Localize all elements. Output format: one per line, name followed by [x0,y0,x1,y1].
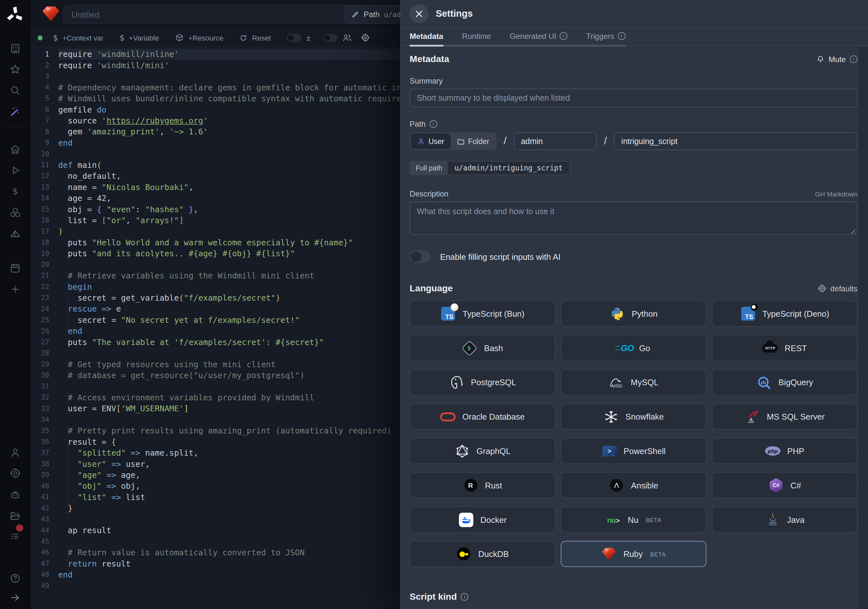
sidebar-item-folder-icon[interactable] [8,509,22,522]
go-icon: GO [617,340,632,356]
path-button-label: Path [364,10,380,19]
close-button[interactable] [409,4,429,23]
line-number: 48 [31,569,58,580]
sidebar-item-search-icon[interactable] [8,84,22,98]
sidebar-item-gear-icon[interactable] [8,466,22,480]
sidebar-item-building-icon[interactable] [8,42,22,55]
ansible-icon: Λ [609,477,624,493]
mssql-icon [744,409,760,425]
description-wrap [409,201,857,237]
line-number: 22 [31,281,58,292]
line-number: 27 [31,337,58,347]
line-number: 30 [31,370,58,381]
language-option-java[interactable]: JavaJava [712,507,857,533]
php-icon: php [765,443,781,459]
language-option-postgresql[interactable]: PostgreSQL [409,369,555,395]
mute-button[interactable]: Mute i [816,55,857,64]
language-option-php[interactable]: phpPHP [712,438,857,464]
defaults-button[interactable]: defaults [817,284,857,293]
owner-kind-user[interactable]: User [411,133,450,149]
sidebar-item-robot-icon[interactable] [8,488,22,502]
owner-kind-folder[interactable]: Folder [450,133,495,149]
add-context-var-button[interactable]: $ +Context var [53,33,104,42]
line-number: 17 [31,226,58,237]
reset-button[interactable]: Reset [240,33,271,42]
tab-runtime[interactable]: Runtime [462,31,491,46]
line-number: 19 [31,248,58,259]
add-variable-button[interactable]: $ +Variable [119,33,159,42]
full-path-value: u/admin/intriguing_script [448,162,569,175]
tab-triggers[interactable]: Triggersi [586,31,625,46]
app-root: $ Path u/admin/intriguing_script $ +Cont… [0,0,868,609]
folder-icon [457,137,465,145]
sidebar-item-cubes-icon[interactable] [8,206,22,219]
language-option-powershell[interactable]: >_PowerShell [561,438,706,464]
rust-icon: R [463,477,478,493]
language-option-rust[interactable]: RRust [409,473,555,498]
language-option-oracle-database[interactable]: Oracle Database [409,403,555,429]
description-textarea[interactable] [409,201,857,235]
rail-divider [5,126,25,127]
sidebar-item-plus-icon[interactable] [8,282,22,296]
language-option-c-[interactable]: C#C# [712,473,857,498]
language-option-snowflake[interactable]: Snowflake [561,403,706,429]
ai-inputs-toggle[interactable] [409,250,431,263]
language-option-rest[interactable]: HTTPREST [712,335,857,361]
sidebar-item-magic-wand-icon[interactable] [8,104,22,118]
language-option-bash[interactable]: $Bash [409,335,555,361]
sidebar-item-arrow-right-icon[interactable] [8,591,22,604]
tab-generated-ui[interactable]: Generated UIi [510,31,567,46]
windmill-logo-icon[interactable] [7,6,23,23]
scrollbar[interactable] [859,46,868,609]
bash-icon: $ [462,340,477,356]
line-number: 21 [31,270,58,281]
sidebar-item-user-icon[interactable] [8,446,22,459]
language-option-ruby[interactable]: RubyBETA [561,541,706,567]
line-number: 23 [31,292,58,303]
sidebar-item-star-icon[interactable] [8,63,22,76]
editor-settings-gear-icon[interactable] [361,33,370,42]
summary-input[interactable] [409,89,857,108]
diff-mode-toggle[interactable] [287,33,302,42]
language-option-duckdb[interactable]: DuckDB [409,541,555,567]
language-option-bigquery[interactable]: BigQuery [712,369,857,395]
beta-badge: BETA [646,516,661,523]
gear-icon [817,284,826,293]
graphql-icon [454,443,470,459]
language-option-ansible[interactable]: ΛAnsible [561,473,706,498]
language-option-ms-sql-server[interactable]: MS SQL Server [712,403,857,429]
line-number: 6 [31,104,58,115]
language-option-mysql[interactable]: MySQLMySQL [561,369,706,395]
language-option-typescript-deno-[interactable]: TSTypeScript (Deno) [712,301,857,327]
sidebar-item-calendar-icon[interactable] [8,262,22,275]
language-option-docker[interactable]: Docker [409,507,555,533]
oracle-icon [440,409,456,425]
language-option-typescript-bun-[interactable]: TSTypeScript (Bun) [409,301,555,327]
sidebar-item-help-icon[interactable] [8,571,22,585]
collab-toggle[interactable] [323,33,338,42]
ruby-language-icon [42,6,60,22]
user-icon [417,137,425,145]
line-number: 40 [31,481,58,492]
tab-metadata[interactable]: Metadata [409,31,443,46]
sidebar-item-play-icon[interactable] [8,163,22,177]
language-option-go[interactable]: GOGo [561,335,706,361]
line-number: 12 [31,170,58,181]
add-resource-button[interactable]: +Resource [175,33,223,42]
line-number: 45 [31,536,58,547]
script-title-input[interactable] [63,5,361,24]
diff-symbol: ± [306,33,310,42]
language-option-nu[interactable]: nu>NuBETA [561,507,706,533]
language-option-python[interactable]: Python [561,301,706,327]
path-name-input[interactable] [614,132,857,150]
line-number: 15 [31,204,58,215]
path-owner-input[interactable] [514,132,597,150]
line-number: 32 [31,392,58,403]
line-number: 49 [31,580,58,591]
rest-icon: HTTP [763,340,778,356]
ruby-icon [601,546,617,562]
sidebar-item-dollar-icon[interactable]: $ [8,184,22,198]
language-option-graphql[interactable]: GraphQL [409,438,555,464]
sidebar-item-pyramid-icon[interactable] [8,227,22,241]
sidebar-item-home-icon[interactable] [8,143,22,156]
